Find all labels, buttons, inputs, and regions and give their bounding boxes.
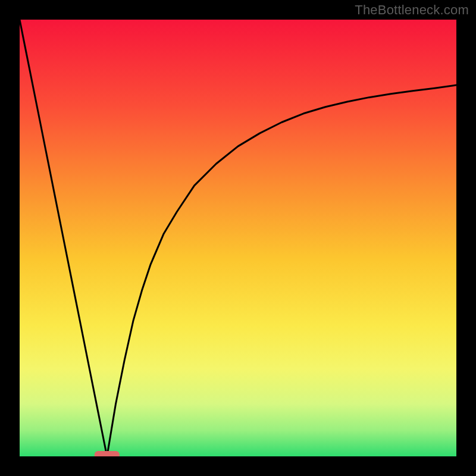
plot-area bbox=[20, 20, 456, 456]
cusp-marker bbox=[95, 451, 120, 456]
chart-frame: TheBottleneck.com bbox=[0, 0, 476, 476]
gradient-background bbox=[20, 20, 456, 456]
watermark-text: TheBottleneck.com bbox=[355, 2, 469, 18]
chart-svg bbox=[20, 20, 456, 456]
